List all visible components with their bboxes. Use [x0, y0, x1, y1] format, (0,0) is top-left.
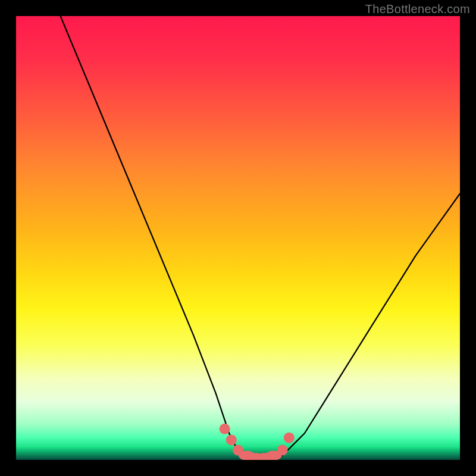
bottleneck-curve-path — [61, 16, 460, 460]
highlighted-point-group — [220, 424, 295, 460]
highlight-point — [284, 433, 295, 443]
gradient-plot-area — [16, 16, 460, 460]
highlight-point — [220, 424, 230, 434]
watermark-text: TheBottleneck.com — [365, 2, 470, 16]
highlight-point — [226, 434, 237, 445]
chart-frame: TheBottleneck.com — [0, 0, 476, 476]
highlight-point — [277, 445, 288, 456]
curve-layer — [16, 16, 460, 460]
